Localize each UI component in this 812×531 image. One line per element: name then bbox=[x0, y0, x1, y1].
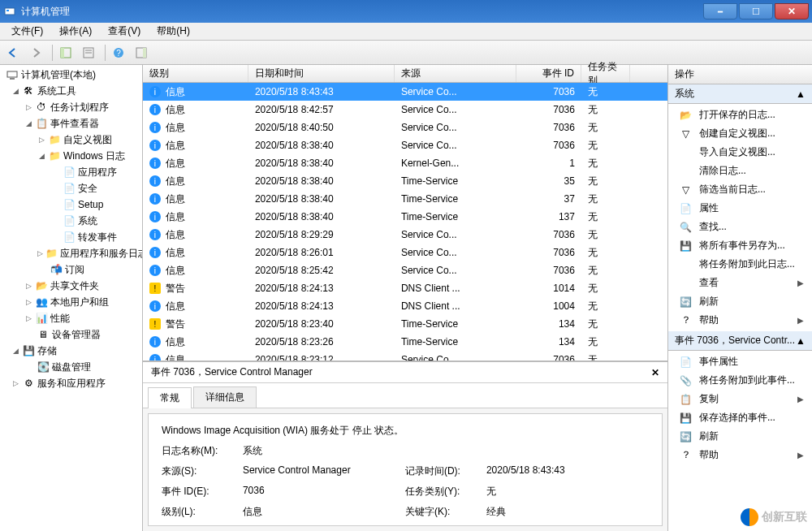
event-row[interactable]: 信息2020/5/18 8:24:13DNS Client ...1004无 bbox=[143, 297, 667, 315]
svg-rect-11 bbox=[7, 71, 17, 77]
event-row[interactable]: 信息2020/5/18 8:38:40Time-Service35无 bbox=[143, 172, 667, 190]
tree-task-scheduler[interactable]: ▷⏱任务计划程序 bbox=[2, 99, 140, 115]
tree-label: 共享文件夹 bbox=[50, 279, 99, 293]
tree-device-manager[interactable]: 🖥设备管理器 bbox=[2, 326, 140, 343]
collapse-icon[interactable]: ▲ bbox=[796, 335, 806, 347]
event-row[interactable]: 信息2020/5/18 8:26:01Service Co...7036无 bbox=[143, 244, 667, 261]
actions-section-event[interactable]: 事件 7036，Service Contr...▲ bbox=[668, 331, 812, 351]
action-save-selected[interactable]: 💾保存选择的事件... bbox=[668, 408, 812, 427]
action-filter-log[interactable]: ▽筛选当前日志... bbox=[668, 180, 812, 199]
collapse-icon[interactable]: ▲ bbox=[796, 88, 806, 100]
tab-details[interactable]: 详细信息 bbox=[193, 386, 257, 408]
tree-root[interactable]: 计算机管理(本地) bbox=[2, 67, 140, 83]
col-source[interactable]: 来源 bbox=[395, 65, 516, 82]
forward-button[interactable] bbox=[26, 43, 45, 63]
action-help2[interactable]: ？帮助▶ bbox=[668, 446, 812, 464]
tree-local-users[interactable]: ▷👥本地用户和组 bbox=[2, 294, 140, 310]
back-button[interactable] bbox=[3, 43, 23, 63]
collapse-icon[interactable]: ◢ bbox=[11, 347, 19, 355]
tree-forwarded-events[interactable]: 📄转发事件 bbox=[2, 229, 140, 245]
event-row[interactable]: 信息2020/5/18 8:23:26Time-Service134无 bbox=[143, 333, 667, 351]
tree-system-tools[interactable]: ◢🛠系统工具 bbox=[2, 83, 140, 99]
close-button[interactable] bbox=[775, 3, 809, 19]
expand-icon[interactable]: ▷ bbox=[24, 298, 32, 306]
tree-system-log[interactable]: 📄系统 bbox=[2, 213, 140, 229]
close-detail-button[interactable]: ✕ bbox=[651, 367, 659, 378]
tree-app-service-logs[interactable]: ▷📁应用程序和服务日志 bbox=[2, 245, 140, 261]
menu-view[interactable]: 查看(V) bbox=[100, 23, 149, 40]
event-id: 7036 bbox=[516, 229, 581, 240]
minimize-button[interactable] bbox=[703, 3, 737, 19]
tree-disk-management[interactable]: 💽磁盘管理 bbox=[2, 359, 140, 375]
tree-services-apps[interactable]: ▷⚙服务和应用程序 bbox=[2, 375, 140, 391]
tree-subscriptions[interactable]: 📬订阅 bbox=[2, 261, 140, 278]
action-event-properties[interactable]: 📄事件属性 bbox=[668, 352, 812, 371]
expand-icon[interactable]: ▷ bbox=[37, 249, 43, 257]
event-row[interactable]: 警告2020/5/18 8:23:40Time-Service134无 bbox=[143, 315, 667, 333]
action-clear-log[interactable]: 清除日志... bbox=[668, 162, 812, 180]
action-attach-task[interactable]: 将任务附加到此日志... bbox=[668, 255, 812, 274]
maximize-button[interactable] bbox=[739, 3, 773, 19]
help-button[interactable]: ? bbox=[109, 43, 128, 63]
action-view[interactable]: 查看▶ bbox=[668, 274, 812, 292]
window-title: 计算机管理 bbox=[21, 5, 702, 19]
col-datetime[interactable]: 日期和时间 bbox=[248, 65, 395, 82]
col-eventid[interactable]: 事件 ID bbox=[516, 65, 581, 82]
event-id: 1004 bbox=[516, 300, 581, 312]
expand-icon[interactable]: ▷ bbox=[24, 314, 32, 322]
menu-file[interactable]: 文件(F) bbox=[3, 23, 51, 40]
expand-icon[interactable]: ▷ bbox=[11, 379, 19, 387]
event-row[interactable]: 信息2020/5/18 8:38:40Time-Service137无 bbox=[143, 208, 667, 226]
expand-icon[interactable]: ▷ bbox=[37, 136, 45, 144]
tree-security-log[interactable]: 📄安全 bbox=[2, 180, 140, 196]
event-row[interactable]: 信息2020/5/18 8:25:42Service Co...7036无 bbox=[143, 261, 667, 279]
event-table-body[interactable]: 信息2020/5/18 8:43:43Service Co...7036无信息2… bbox=[143, 83, 667, 360]
event-row[interactable]: 信息2020/5/18 8:43:43Service Co...7036无 bbox=[143, 83, 667, 101]
tab-general[interactable]: 常规 bbox=[148, 387, 192, 408]
tree-application-log[interactable]: 📄应用程序 bbox=[2, 164, 140, 180]
action-attach-event-task[interactable]: 📎将任务附加到此事件... bbox=[668, 371, 812, 390]
tree-event-viewer[interactable]: ◢📋事件查看器 bbox=[2, 115, 140, 132]
expand-icon[interactable]: ▷ bbox=[24, 103, 32, 111]
action-import-view[interactable]: 导入自定义视图... bbox=[668, 143, 812, 162]
action-find[interactable]: 🔍查找... bbox=[668, 218, 812, 236]
tree-setup-log[interactable]: 📄Setup bbox=[2, 196, 140, 213]
tree-custom-views[interactable]: ▷📁自定义视图 bbox=[2, 132, 140, 148]
tree-pane[interactable]: 计算机管理(本地) ◢🛠系统工具 ▷⏱任务计划程序 ◢📋事件查看器 ▷📁自定义视… bbox=[0, 65, 143, 531]
action-help[interactable]: ？帮助▶ bbox=[668, 311, 812, 330]
action-pane-button[interactable] bbox=[132, 43, 151, 63]
menu-help[interactable]: 帮助(H) bbox=[149, 23, 198, 40]
collapse-icon[interactable]: ◢ bbox=[37, 152, 45, 160]
collapse-icon[interactable]: ◢ bbox=[11, 87, 19, 95]
action-refresh2[interactable]: 🔄刷新 bbox=[668, 427, 812, 446]
col-category[interactable]: 任务类别 bbox=[581, 65, 630, 82]
tree-windows-logs[interactable]: ◢📁Windows 日志 bbox=[2, 148, 140, 164]
event-row[interactable]: 信息2020/5/18 8:38:40Kernel-Gen...1无 bbox=[143, 154, 667, 172]
tree-storage[interactable]: ◢💾存储 bbox=[2, 343, 140, 359]
event-row[interactable]: 信息2020/5/18 8:42:57Service Co...7036无 bbox=[143, 101, 667, 119]
tree-shared-folders[interactable]: ▷📂共享文件夹 bbox=[2, 278, 140, 294]
event-row[interactable]: 信息2020/5/18 8:23:12Service Co...7036无 bbox=[143, 351, 667, 360]
event-row[interactable]: 信息2020/5/18 8:29:29Service Co...7036无 bbox=[143, 226, 667, 244]
users-icon: 👥 bbox=[35, 296, 48, 309]
event-row[interactable]: 信息2020/5/18 8:38:40Service Co...7036无 bbox=[143, 136, 667, 154]
col-level[interactable]: 级别 bbox=[143, 65, 248, 82]
menu-action[interactable]: 操作(A) bbox=[51, 23, 100, 40]
show-hide-tree-button[interactable] bbox=[56, 43, 76, 63]
action-open-saved[interactable]: 📂打开保存的日志... bbox=[668, 106, 812, 124]
event-row[interactable]: 警告2020/5/18 8:24:13DNS Client ...1014无 bbox=[143, 279, 667, 297]
collapse-icon[interactable]: ◢ bbox=[24, 119, 32, 127]
action-save-all[interactable]: 💾将所有事件另存为... bbox=[668, 236, 812, 255]
submenu-arrow-icon: ▶ bbox=[797, 395, 804, 404]
actions-section-system[interactable]: 系统▲ bbox=[668, 84, 812, 104]
tree-performance[interactable]: ▷📊性能 bbox=[2, 310, 140, 326]
event-row[interactable]: 信息2020/5/18 8:38:40Time-Service37无 bbox=[143, 190, 667, 208]
properties-button[interactable] bbox=[79, 43, 98, 63]
view-icon bbox=[680, 277, 693, 290]
action-properties[interactable]: 📄属性 bbox=[668, 199, 812, 218]
action-refresh[interactable]: 🔄刷新 bbox=[668, 292, 812, 311]
action-create-view[interactable]: ▽创建自定义视图... bbox=[668, 124, 812, 143]
expand-icon[interactable]: ▷ bbox=[24, 282, 32, 290]
action-copy[interactable]: 📋复制▶ bbox=[668, 390, 812, 408]
event-row[interactable]: 信息2020/5/18 8:40:50Service Co...7036无 bbox=[143, 119, 667, 136]
